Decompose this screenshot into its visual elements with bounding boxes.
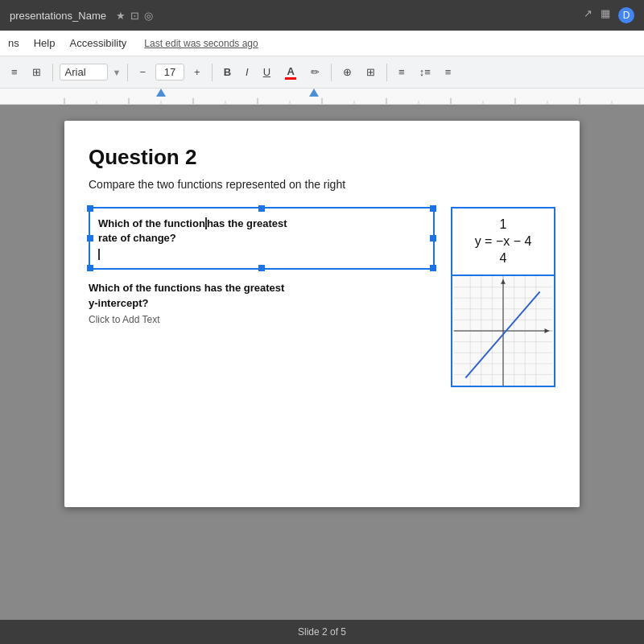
handle-right-middle[interactable] xyxy=(430,235,436,242)
list-button[interactable]: ≡ xyxy=(440,63,456,81)
title-bar-right: ↗ ▦ D xyxy=(584,7,634,23)
toolbar-separator-2 xyxy=(127,64,128,81)
graph-svg xyxy=(452,276,554,386)
title-bar: presentations_Name ★ ⊡ ◎ ↗ ▦ D xyxy=(0,0,644,31)
menu-help[interactable]: Help xyxy=(34,37,56,49)
page-indicator: Slide 2 of 5 xyxy=(298,626,346,638)
slide-right-panel: 1 y = −x − 4 4 xyxy=(451,207,555,387)
toolbar-separator-4 xyxy=(331,64,332,81)
menu-accessibility[interactable]: Accessibility xyxy=(69,37,126,49)
align-button[interactable]: ≡ xyxy=(394,63,410,81)
svg-marker-39 xyxy=(501,279,506,284)
editor-area: Question 2 Compare the two functions rep… xyxy=(0,105,644,620)
menu-bar: ns Help Accessibility Last edit was seco… xyxy=(0,31,644,56)
slide-title: Question 2 xyxy=(89,145,555,170)
cloud-icon[interactable]: ◎ xyxy=(144,10,153,22)
app-window: presentations_Name ★ ⊡ ◎ ↗ ▦ D ns Help A… xyxy=(0,0,644,644)
underline-button[interactable]: U xyxy=(258,63,275,81)
star-icon[interactable]: ★ xyxy=(116,10,126,22)
handle-top-left[interactable] xyxy=(87,205,93,212)
font-dropdown-arrow[interactable]: ▼ xyxy=(113,68,122,77)
slide-subtitle: Compare the two functions represented on… xyxy=(89,178,555,191)
equation-denominator: 4 xyxy=(500,251,507,265)
bottom-bar: Slide 2 of 5 xyxy=(0,620,644,644)
slide-canvas[interactable]: Question 2 Compare the two functions rep… xyxy=(64,121,580,507)
svg-marker-19 xyxy=(309,89,319,97)
font-color-label: A xyxy=(287,65,294,77)
bottom-questions: Which of the functions has the greatesty… xyxy=(89,281,435,324)
equation-box: 1 y = −x − 4 4 xyxy=(451,207,555,275)
equation-display: 1 y = −x − 4 4 xyxy=(459,217,547,266)
click-to-add-text[interactable]: Click to Add Text xyxy=(89,314,435,325)
bold-button[interactable]: B xyxy=(219,63,236,81)
svg-line-40 xyxy=(465,292,539,378)
equation-full: y = −x − 4 xyxy=(475,234,532,248)
font-name-display[interactable]: Arial xyxy=(60,64,108,80)
grid-icon-button[interactable]: ⊞ xyxy=(27,63,46,81)
toolbar-grid-icon: ⊞ xyxy=(32,66,41,78)
font-size-increase-button[interactable]: + xyxy=(189,63,205,81)
link-button[interactable]: ⊕ xyxy=(338,63,357,81)
line-spacing-icon: ↕≡ xyxy=(419,66,431,78)
font-size-display[interactable]: 17 xyxy=(155,64,184,80)
toolbar: ≡ ⊞ Arial ▼ − 17 + B I U A ✏ ⊕ ⊞ ≡ ↕ xyxy=(0,56,644,89)
grid-icon[interactable]: ▦ xyxy=(601,7,610,23)
handle-top-right[interactable] xyxy=(430,205,436,212)
link-icon: ⊕ xyxy=(343,66,352,78)
list-icon: ≡ xyxy=(445,66,452,78)
title-icons: ★ ⊡ ◎ xyxy=(116,10,153,22)
handle-top-middle[interactable] xyxy=(258,205,265,212)
equation-numerator: 1 xyxy=(500,217,507,231)
table-icon: ⊞ xyxy=(366,66,375,78)
toolbar-separator-5 xyxy=(386,64,387,81)
slide-left-panel: Which of the functionhas the greatestrat… xyxy=(89,207,435,325)
italic-button[interactable]: I xyxy=(241,63,254,81)
slide-content: Which of the functionhas the greatestrat… xyxy=(89,207,555,387)
svg-marker-37 xyxy=(544,328,549,333)
font-size-decrease-button[interactable]: − xyxy=(134,63,151,81)
line-spacing-button[interactable]: ↕≡ xyxy=(415,63,436,81)
ruler-svg xyxy=(0,89,644,105)
toolbar-separator-1 xyxy=(52,64,53,81)
ruler xyxy=(0,89,644,105)
svg-marker-18 xyxy=(156,89,166,97)
graph-box xyxy=(451,275,555,387)
save-icon[interactable]: ⊡ xyxy=(130,10,139,22)
handle-bottom-right[interactable] xyxy=(430,265,436,271)
presentation-title: presentations_Name xyxy=(10,10,106,22)
text-cursor xyxy=(205,217,207,229)
font-color-button[interactable]: A xyxy=(280,62,301,83)
profile-icon[interactable]: D xyxy=(618,7,634,23)
font-color-indicator xyxy=(285,77,296,80)
align-icon: ≡ xyxy=(398,66,405,78)
text-cursor-line xyxy=(98,249,100,260)
question2-text: Which of the functions has the greatesty… xyxy=(89,281,435,310)
question1-text: Which of the functionhas the greatestrat… xyxy=(98,217,425,246)
handle-left-middle[interactable] xyxy=(87,235,93,242)
menu-icon-button[interactable]: ≡ xyxy=(6,63,23,81)
toolbar-separator-3 xyxy=(212,64,213,81)
menu-ns[interactable]: ns xyxy=(8,37,19,49)
table-button[interactable]: ⊞ xyxy=(361,63,380,81)
question1-box[interactable]: Which of the functionhas the greatestrat… xyxy=(89,207,435,270)
handle-bottom-left[interactable] xyxy=(87,265,93,271)
trend-icon[interactable]: ↗ xyxy=(584,7,592,23)
menu-icon: ≡ xyxy=(11,66,18,78)
last-edit-label: Last edit was seconds ago xyxy=(144,38,258,49)
handle-bottom-middle[interactable] xyxy=(258,265,265,271)
paint-button[interactable]: ✏ xyxy=(306,63,324,81)
